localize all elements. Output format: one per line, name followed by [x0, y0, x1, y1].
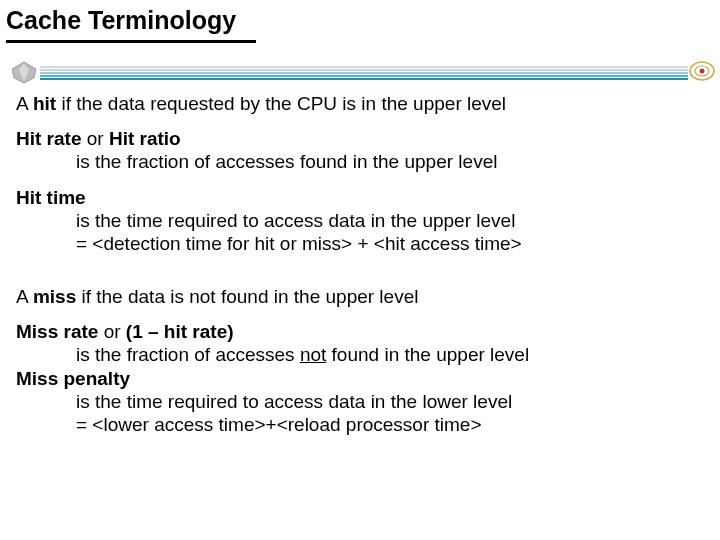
hit-ratio-term: Hit ratio — [109, 128, 181, 149]
miss-rate-alt: (1 – hit rate) — [126, 321, 234, 342]
page-title: Cache Terminology — [6, 6, 236, 35]
miss-penalty-desc-1: is the time required to access data in t… — [16, 390, 704, 413]
slide: Cache Terminology A hit if the data requ… — [0, 0, 720, 540]
miss-rate-term: Miss rate — [16, 321, 98, 342]
text: is the fraction of accesses — [76, 344, 300, 365]
spacer — [16, 267, 704, 285]
hit-time-term: Hit time — [16, 187, 86, 208]
decorative-band — [0, 58, 720, 86]
not-underlined: not — [300, 344, 326, 365]
slide-body: A hit if the data requested by the CPU i… — [16, 92, 704, 436]
hit-rate-block: Hit rate or Hit ratio is the fraction of… — [16, 127, 704, 173]
band-lines — [40, 66, 688, 80]
hit-time-block: Hit time is the time required to access … — [16, 186, 704, 256]
band-end-icon — [688, 60, 716, 82]
gem-icon — [6, 60, 42, 84]
miss-rate-desc: is the fraction of accesses not found in… — [16, 343, 704, 366]
miss-term: miss — [33, 286, 76, 307]
text: or — [81, 128, 108, 149]
text: or — [98, 321, 125, 342]
hit-definition: A hit if the data requested by the CPU i… — [16, 92, 704, 115]
hit-rate-desc: is the fraction of accesses found in the… — [16, 150, 704, 173]
svg-point-4 — [700, 69, 705, 74]
hit-time-desc-2: = <detection time for hit or miss> + <hi… — [16, 232, 704, 255]
hit-rate-term: Hit rate — [16, 128, 81, 149]
hit-time-desc-1: is the time required to access data in t… — [16, 209, 704, 232]
hit-rate-heading: Hit rate or Hit ratio — [16, 127, 704, 150]
miss-rate-heading: Miss rate or (1 – hit rate) — [16, 320, 704, 343]
miss-rate-block: Miss rate or (1 – hit rate) is the fract… — [16, 320, 704, 366]
miss-penalty-desc-2: = <lower access time>+<reload processor … — [16, 413, 704, 436]
text: if the data requested by the CPU is in t… — [56, 93, 506, 114]
title-underline — [6, 40, 256, 43]
hit-term: hit — [33, 93, 56, 114]
miss-penalty-term: Miss penalty — [16, 368, 130, 389]
text: found in the upper level — [326, 344, 529, 365]
miss-definition: A miss if the data is not found in the u… — [16, 285, 704, 308]
text: A — [16, 286, 33, 307]
text: if the data is not found in the upper le… — [76, 286, 418, 307]
miss-penalty-block: Miss penalty is the time required to acc… — [16, 367, 704, 437]
text: A — [16, 93, 33, 114]
